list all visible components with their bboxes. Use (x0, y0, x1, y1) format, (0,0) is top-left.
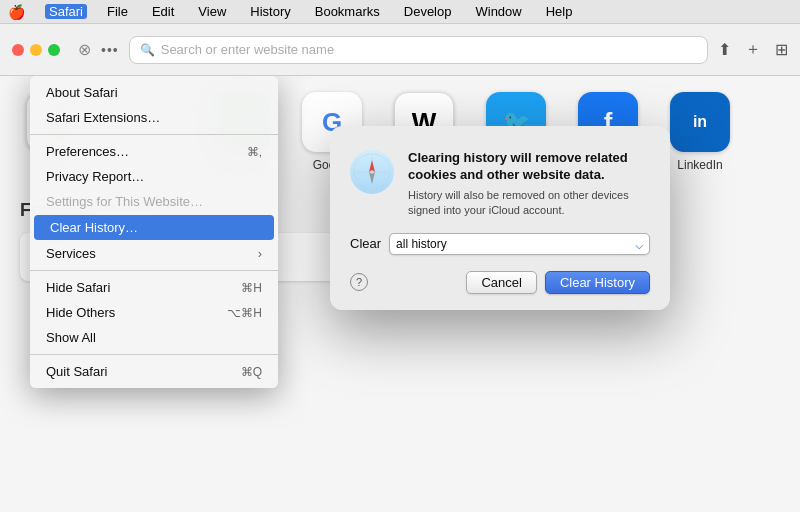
dialog-text: Clearing history will remove related coo… (408, 150, 650, 219)
menu-item-clear-history[interactable]: Clear History… (34, 215, 274, 240)
linkedin-favicon: in (670, 92, 730, 152)
menu-separator (30, 134, 278, 135)
menu-item-settings-website: Settings for This Website… (30, 189, 278, 214)
dialog-subtitle: History will also be removed on other de… (408, 188, 650, 219)
shortcut-label: ⌘, (247, 145, 262, 159)
shortcut-label: ⌘Q (241, 365, 262, 379)
dialog-title: Clearing history will remove related coo… (408, 150, 650, 184)
menu-item-about-safari[interactable]: About Safari (30, 80, 278, 105)
menu-file[interactable]: File (103, 4, 132, 19)
new-tab-icon[interactable]: ＋ (745, 39, 761, 60)
minimize-button[interactable] (30, 44, 42, 56)
search-placeholder: Search or enter website name (161, 42, 334, 57)
share-icon[interactable]: ⬆ (718, 40, 731, 59)
clear-history-button[interactable]: Clear History (545, 271, 650, 294)
shield-icon: ⊗ (78, 40, 91, 59)
dialog-buttons: ? Cancel Clear History (350, 271, 650, 294)
close-button[interactable] (12, 44, 24, 56)
menu-safari[interactable]: Safari (45, 4, 87, 19)
menu-window[interactable]: Window (471, 4, 525, 19)
browser-chrome: ⊗ ••• 🔍 Search or enter website name ⬆ ＋… (0, 24, 800, 76)
help-button[interactable]: ? (350, 273, 368, 291)
clear-history-select[interactable]: all history ⌵ (389, 233, 650, 255)
menu-item-preferences[interactable]: Preferences… ⌘, (30, 139, 278, 164)
grid-icon[interactable]: ⊞ (775, 40, 788, 59)
browser-content: 🍎 Apple ☁ iCloud 🦉 TripAdvisor G Google … (0, 76, 800, 512)
menu-edit[interactable]: Edit (148, 4, 178, 19)
menu-item-privacy-report[interactable]: Privacy Report… (30, 164, 278, 189)
menu-item-services[interactable]: Services › (30, 241, 278, 266)
select-value: all history (396, 237, 447, 251)
menu-history[interactable]: History (246, 4, 294, 19)
menu-item-quit-safari[interactable]: Quit Safari ⌘Q (30, 359, 278, 384)
browser-actions: ⬆ ＋ ⊞ (718, 39, 788, 60)
menu-item-safari-extensions[interactable]: Safari Extensions… (30, 105, 278, 130)
maximize-button[interactable] (48, 44, 60, 56)
shortcut-label: ⌘H (241, 281, 262, 295)
submenu-arrow-icon: › (258, 246, 262, 261)
dialog-header: Clearing history will remove related coo… (350, 150, 650, 219)
menu-bar: 🍎 Safari File Edit View History Bookmark… (0, 0, 800, 24)
more-icon[interactable]: ••• (101, 42, 119, 58)
safari-icon (350, 150, 394, 194)
list-item[interactable]: in LinkedIn (664, 92, 736, 172)
apple-menu-icon[interactable]: 🍎 (8, 4, 25, 20)
menu-item-show-all[interactable]: Show All (30, 325, 278, 350)
clear-label: Clear (350, 236, 381, 251)
menu-view[interactable]: View (194, 4, 230, 19)
menu-separator (30, 270, 278, 271)
shortcut-label: ⌥⌘H (227, 306, 262, 320)
traffic-lights (12, 44, 60, 56)
cancel-button[interactable]: Cancel (466, 271, 536, 294)
search-bar[interactable]: 🔍 Search or enter website name (129, 36, 708, 64)
menu-bookmarks[interactable]: Bookmarks (311, 4, 384, 19)
menu-develop[interactable]: Develop (400, 4, 456, 19)
dialog-clear-row: Clear all history ⌵ (350, 233, 650, 255)
menu-separator (30, 354, 278, 355)
menu-help[interactable]: Help (542, 4, 577, 19)
favorite-label: LinkedIn (677, 158, 722, 172)
search-icon: 🔍 (140, 43, 155, 57)
chevron-down-icon: ⌵ (635, 236, 643, 252)
clear-history-dialog: Clearing history will remove related coo… (330, 126, 670, 310)
safari-dropdown-menu: About Safari Safari Extensions… Preferen… (30, 76, 278, 388)
menu-item-hide-safari[interactable]: Hide Safari ⌘H (30, 275, 278, 300)
menu-item-hide-others[interactable]: Hide Others ⌥⌘H (30, 300, 278, 325)
